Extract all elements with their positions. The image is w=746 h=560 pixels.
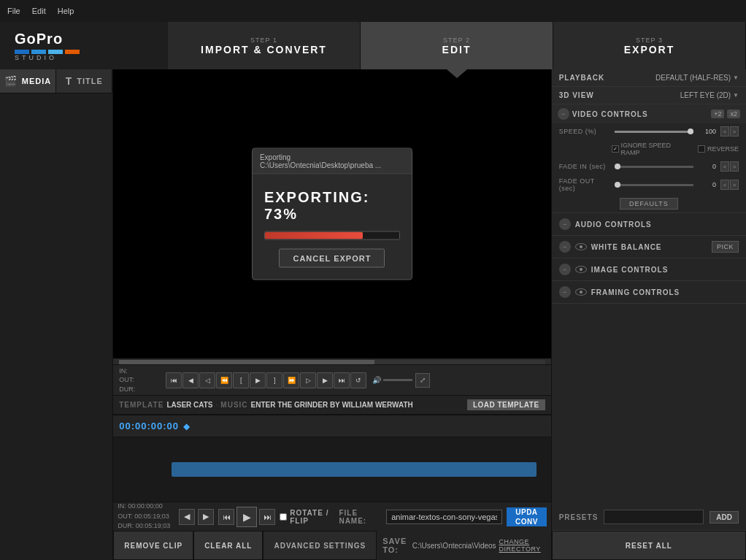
video-controls-collapse[interactable]: − — [558, 108, 569, 120]
white-balance-row[interactable]: − WHITE BALANCE PICK — [552, 236, 746, 258]
rotate-flip-label: ROTATE / FLIP — [280, 509, 334, 525]
btn-frame-forward[interactable]: ▶ — [317, 372, 333, 388]
file-name-input[interactable] — [386, 510, 502, 524]
pick-button[interactable]: PICK — [712, 241, 739, 253]
left-tabs: 🎬 MEDIA T TITLE — [0, 69, 112, 93]
clear-all-button[interactable]: CLEAR ALL — [193, 531, 263, 560]
speed-label: SPEED (%) — [559, 128, 610, 135]
reverse-checkbox[interactable] — [698, 145, 705, 153]
rotate-flip-group: ROTATE / FLIP — [280, 509, 334, 525]
logo-gopro: GoPro STUDIO — [15, 31, 80, 61]
framing-controls-title: FRAMING CONTROLS — [591, 288, 739, 296]
fade-in-decrease[interactable]: < — [720, 161, 729, 172]
ic-eye-icon[interactable] — [575, 266, 587, 273]
fade-out-increase[interactable]: > — [730, 180, 739, 190]
btn-loop[interactable]: ↺ — [350, 372, 366, 388]
template-value: LASER CATS — [166, 401, 212, 409]
remove-clip-button[interactable]: REMOVE CLIP — [113, 531, 193, 560]
update-convert-button[interactable]: UPDA CONV — [507, 507, 546, 526]
fade-in-value: 0 — [698, 163, 716, 170]
change-directory-button[interactable]: CHANGE DIRECTORY — [499, 538, 545, 553]
fade-in-thumb — [615, 164, 620, 169]
menu-help[interactable]: Help — [58, 7, 74, 15]
btn-rewind[interactable]: ⏪ — [216, 372, 232, 388]
step-1[interactable]: STEP 1 IMPORT & CONVERT — [168, 22, 361, 69]
fade-in-increase[interactable]: > — [730, 161, 739, 172]
fade-out-slider[interactable] — [615, 184, 693, 186]
fade-out-decrease[interactable]: < — [720, 180, 729, 190]
btn-skip-end[interactable]: ⏭ — [334, 372, 350, 388]
header: GoPro STUDIO STEP 1 IMPORT & CONVERT STE… — [0, 22, 746, 69]
time-info: IN: OUT: DUR: — [119, 367, 163, 394]
btn-mark-in[interactable]: [ — [233, 372, 249, 388]
speed-slider-fill — [615, 131, 693, 133]
fade-out-thumb — [615, 182, 620, 188]
menu-edit[interactable]: Edit — [32, 7, 46, 15]
ignore-speed-ramp-checkbox[interactable] — [612, 145, 619, 153]
volume-slider[interactable] — [383, 379, 412, 381]
wb-eye-icon[interactable] — [575, 243, 587, 250]
fade-out-value: 0 — [698, 181, 716, 188]
btn-step-back[interactable]: ◁ — [199, 372, 215, 388]
btn-mark-out[interactable]: ] — [266, 372, 282, 388]
fc-collapse-btn[interactable]: − — [559, 286, 571, 298]
btn-forward-small[interactable]: ⏭ — [259, 509, 275, 525]
presets-input[interactable] — [604, 510, 704, 524]
right-bottom-actions: RESET ALL — [552, 531, 746, 560]
save-to-path: C:\Users\Ontecnia\Videos — [412, 542, 496, 550]
audio-controls-row[interactable]: − AUDIO CONTROLS — [552, 213, 746, 236]
btn-in-point[interactable]: ◀ — [179, 509, 195, 525]
step-2[interactable]: STEP 2 EDIT — [361, 22, 553, 69]
video-preview: Exporting C:\Users\Ontecnia\Desktop\prue… — [113, 69, 550, 358]
reset-all-button[interactable]: RESET ALL — [552, 531, 746, 560]
image-controls-title: IMAGE CONTROLS — [591, 266, 739, 274]
add-preset-button[interactable]: ADD — [710, 511, 739, 523]
fade-in-slider[interactable] — [615, 166, 693, 168]
btn-skip-back-start[interactable]: ⏮ — [166, 372, 182, 388]
cancel-export-button[interactable]: CANCEL EXPORT — [279, 249, 385, 268]
btn-play[interactable]: ▶ — [250, 372, 266, 388]
timeline-track[interactable] — [113, 437, 550, 502]
btn-frame-back[interactable]: ◀ — [182, 372, 199, 388]
speed-decrease[interactable]: < — [720, 126, 729, 137]
audio-collapse-btn[interactable]: − — [559, 218, 571, 230]
reverse-item: REVERSE — [698, 145, 739, 153]
playback-controls-bar: IN: OUT: DUR: ⏮ ◀ ◁ ⏪ [ ▶ ] ⏩ ▷ ▶ ⏭ ↺ 🔊 — [113, 364, 550, 395]
btn-step-forward[interactable]: ▷ — [300, 372, 316, 388]
tab-media[interactable]: 🎬 MEDIA — [0, 69, 56, 93]
logo-studio: STUDIO — [15, 54, 80, 61]
btn-back-small[interactable]: ⏮ — [218, 509, 234, 525]
load-template-button[interactable]: LOAD TEMPLATE — [467, 399, 545, 410]
3d-view-dropdown[interactable]: LEFT EYE (2D) ▼ — [680, 91, 739, 99]
speed-slider[interactable] — [615, 131, 693, 133]
main-layout: 🎬 MEDIA T TITLE — [0, 69, 746, 560]
wb-eye-dot — [580, 245, 582, 248]
btn-out-point[interactable]: ▶ — [198, 509, 214, 525]
time-display: IN: 00:00:00;00 OUT: 00:05:19;03 DUR: 00… — [118, 502, 176, 532]
tab-title[interactable]: T TITLE — [56, 69, 112, 93]
speed-slider-thumb — [688, 129, 693, 134]
defaults-row: DEFAULTS — [552, 195, 746, 212]
framing-controls-row[interactable]: − FRAMING CONTROLS — [552, 281, 746, 304]
step-3[interactable]: STEP 3 EXPORT — [553, 22, 746, 69]
3d-chevron-down-icon: ▼ — [733, 92, 739, 99]
advanced-settings-button[interactable]: ADVANCED SETTINGS — [263, 531, 377, 560]
fullscreen-button[interactable]: ⤢ — [415, 373, 430, 388]
playback-dropdown[interactable]: DEFAULT (HALF-RES) ▼ — [655, 74, 739, 82]
template-sep: · — [216, 401, 218, 409]
image-controls-row[interactable]: − IMAGE CONTROLS — [552, 258, 746, 281]
defaults-button[interactable]: DEFAULTS — [620, 198, 678, 210]
3d-view-value: LEFT EYE (2D) — [680, 91, 731, 99]
save-to-row: SAVE TO: C:\Users\Ontecnia\Videos CHANGE… — [382, 537, 545, 554]
rotate-flip-checkbox[interactable] — [280, 513, 287, 521]
ic-collapse-btn[interactable]: − — [559, 264, 571, 275]
wb-collapse-btn[interactable]: − — [559, 241, 571, 253]
btn-play-main[interactable]: ▶ — [237, 507, 257, 527]
btn-fast-forward[interactable]: ⏩ — [283, 372, 299, 388]
menu-bar: File Edit Help — [0, 0, 746, 22]
logo-area: GoPro STUDIO — [0, 22, 168, 69]
speed-increase[interactable]: > — [730, 126, 739, 137]
fc-eye-icon[interactable] — [575, 288, 587, 296]
white-balance-title: WHITE BALANCE — [591, 243, 707, 251]
menu-file[interactable]: File — [7, 7, 20, 15]
